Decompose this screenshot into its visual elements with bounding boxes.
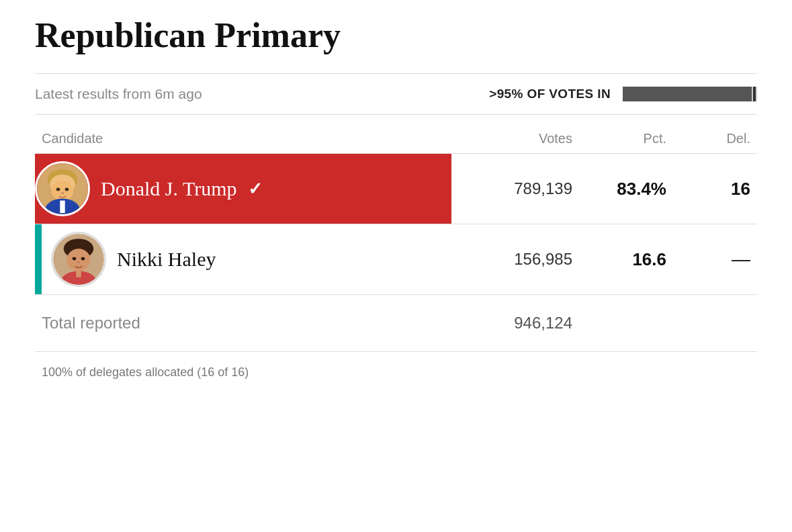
svg-rect-16	[76, 270, 81, 277]
votes-in-section: >95% OF VOTES IN	[489, 87, 757, 101]
svg-point-5	[65, 188, 69, 191]
haley-avatar	[51, 232, 106, 287]
haley-color-bar	[35, 224, 42, 294]
progress-bar-marker	[753, 87, 756, 101]
votes-in-label: >95% OF VOTES IN	[489, 87, 611, 101]
haley-name: Nikki Haley	[117, 248, 216, 271]
progress-bar	[623, 87, 757, 101]
page-title: Republican Primary	[35, 16, 757, 54]
trump-name-section: Donald J. Trump ✓	[35, 154, 451, 224]
page-container: Republican Primary Latest results from 6…	[0, 0, 792, 402]
col-header-candidate: Candidate	[35, 131, 451, 146]
trump-avatar	[35, 161, 90, 216]
trump-checkmark: ✓	[248, 179, 263, 200]
svg-rect-8	[60, 201, 64, 214]
col-header-del: Del.	[666, 131, 757, 146]
candidate-row-haley: Nikki Haley 156,985 16.6 —	[35, 224, 757, 295]
total-row: Total reported 946,124	[35, 295, 757, 352]
svg-point-6	[61, 192, 64, 195]
latest-update-text: Latest results from 6m ago	[35, 86, 202, 102]
total-label: Total reported	[35, 314, 451, 332]
candidate-row-trump: Donald J. Trump ✓ 789,139 83.4% 16	[35, 154, 757, 224]
trump-del: 16	[666, 179, 757, 200]
trump-name: Donald J. Trump	[101, 177, 237, 200]
svg-point-14	[77, 261, 80, 263]
results-status-bar: Latest results from 6m ago >95% OF VOTES…	[35, 73, 757, 115]
trump-name-group: Donald J. Trump ✓	[101, 177, 263, 200]
svg-point-12	[73, 257, 77, 261]
footer-text: 100% of delegates allocated (16 of 16)	[35, 352, 757, 386]
trump-pct: 83.4%	[572, 179, 666, 200]
svg-point-13	[81, 257, 85, 261]
haley-del: —	[666, 249, 757, 270]
haley-name-section: Nikki Haley	[35, 224, 451, 294]
col-header-votes: Votes	[451, 131, 572, 146]
column-headers: Candidate Votes Pct. Del.	[35, 120, 757, 154]
haley-votes: 156,985	[451, 250, 572, 269]
trump-votes: 789,139	[451, 179, 572, 198]
col-header-pct: Pct.	[572, 131, 666, 146]
total-votes: 946,124	[451, 314, 572, 332]
progress-bar-fill	[623, 87, 752, 101]
haley-pct: 16.6	[572, 249, 666, 270]
svg-point-4	[56, 188, 60, 191]
